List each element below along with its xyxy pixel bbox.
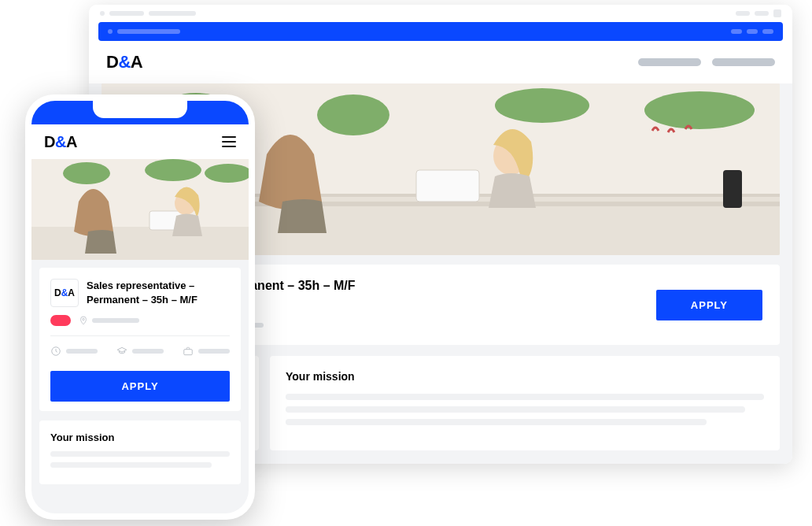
logo-amp: & — [55, 133, 66, 150]
logo-amp: & — [118, 52, 130, 72]
phone-mockup: D&A — [25, 94, 255, 520]
svg-point-5 — [495, 88, 589, 123]
chrome-placeholder — [109, 11, 144, 16]
clock-icon — [50, 346, 61, 357]
graduation-cap-icon — [116, 346, 127, 357]
apply-button[interactable]: APPLY — [50, 371, 230, 402]
svg-rect-10 — [723, 170, 742, 208]
brand-logo[interactable]: D&A — [44, 133, 77, 151]
mission-card: Your mission — [270, 356, 780, 450]
mission-card: Your mission — [39, 420, 241, 484]
site-header: D&A — [89, 41, 792, 83]
svg-point-18 — [145, 159, 201, 181]
window-control-icon — [773, 9, 781, 17]
chrome-dot — [100, 11, 105, 16]
text-placeholder — [286, 394, 764, 400]
map-pin-icon — [79, 316, 88, 325]
job-meta-grid — [50, 346, 230, 360]
text-placeholder — [286, 419, 707, 425]
logo-d: D — [44, 133, 55, 150]
nav-item[interactable] — [638, 58, 701, 66]
svg-point-4 — [317, 94, 389, 135]
svg-point-22 — [83, 318, 85, 320]
mobile-site-header: D&A — [31, 124, 249, 159]
job-title: Sales representative – Permanent – 35h –… — [87, 279, 230, 306]
job-title-card: D&A Sales representative – Permanent – 3… — [39, 268, 241, 411]
meta-education — [116, 346, 164, 357]
logo-d: D — [106, 52, 118, 72]
svg-rect-16 — [31, 227, 249, 260]
text-placeholder — [50, 451, 230, 457]
svg-rect-8 — [416, 170, 479, 202]
status-pill — [50, 315, 71, 326]
phone-notch — [93, 101, 187, 118]
chrome-placeholder — [736, 11, 750, 16]
svg-point-6 — [644, 91, 755, 129]
browser-chrome — [89, 5, 792, 22]
text-placeholder — [286, 406, 745, 413]
mission-heading: Your mission — [286, 370, 764, 383]
nav-item[interactable] — [712, 58, 775, 66]
apply-button[interactable]: APPLY — [656, 290, 762, 320]
location-meta — [79, 316, 139, 325]
briefcase-icon — [183, 346, 194, 357]
mobile-page-body: D&A Sales representative – Permanent – 3… — [31, 260, 249, 513]
chrome-placeholder — [149, 11, 196, 16]
phone-status-bar — [31, 101, 249, 124]
svg-point-17 — [63, 162, 110, 184]
brand-logo[interactable]: D&A — [106, 52, 142, 72]
logo-a: A — [131, 52, 142, 72]
hero-image — [31, 159, 249, 260]
browser-address-bar — [98, 22, 783, 41]
svg-rect-24 — [184, 350, 193, 355]
hamburger-menu-icon[interactable] — [222, 136, 236, 147]
meta-contract — [183, 346, 230, 357]
header-nav — [638, 58, 775, 66]
chrome-placeholder — [755, 11, 769, 16]
company-badge: D&A — [50, 279, 79, 307]
job-tag-row — [50, 315, 230, 336]
meta-time — [50, 346, 98, 357]
logo-a: A — [66, 133, 77, 150]
mission-heading: Your mission — [50, 432, 230, 443]
text-placeholder — [50, 462, 212, 468]
